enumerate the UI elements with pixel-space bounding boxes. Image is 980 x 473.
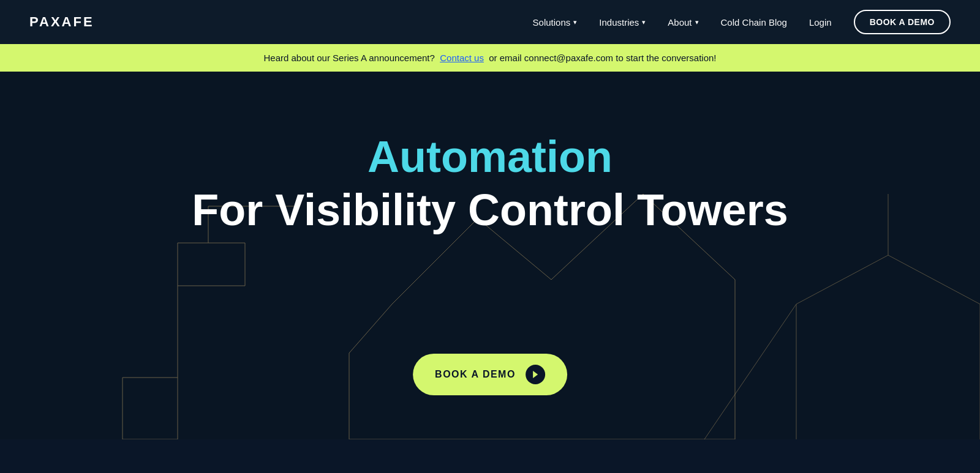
logo: PAXAFE [29, 14, 94, 30]
arrow-icon [526, 365, 545, 384]
hero-text: Automation For Visibility Control Towers [192, 133, 788, 234]
solutions-chevron-icon: ▾ [573, 18, 577, 26]
industries-chevron-icon: ▾ [642, 18, 646, 26]
about-chevron-icon: ▾ [695, 18, 699, 26]
hero-cta-wrapper: BOOK A DEMO [413, 354, 567, 395]
nav-book-demo-button[interactable]: BOOK A DEMO [854, 10, 951, 34]
svg-line-11 [349, 304, 392, 353]
nav-links: Solutions ▾ Industries ▾ About ▾ Cold Ch… [533, 10, 951, 34]
nav-about[interactable]: About ▾ [668, 17, 698, 28]
nav-cold-chain-blog[interactable]: Cold Chain Blog [721, 17, 787, 28]
hero-line2: For Visibility Control Towers [192, 186, 788, 234]
announcement-banner: Heard about our Series A announcement? C… [0, 44, 980, 72]
about-label: About [668, 17, 692, 28]
nav-login[interactable]: Login [809, 17, 832, 28]
svg-marker-24 [533, 371, 538, 378]
hero-book-demo-button[interactable]: BOOK A DEMO [413, 354, 567, 395]
svg-line-23 [704, 304, 796, 439]
svg-line-19 [796, 255, 888, 304]
industries-label: Industries [599, 17, 639, 28]
navbar: PAXAFE Solutions ▾ Industries ▾ About ▾ … [0, 0, 980, 44]
nav-solutions[interactable]: Solutions ▾ [533, 17, 578, 28]
nav-industries[interactable]: Industries ▾ [599, 17, 646, 28]
banner-text-before: Heard about our Series A announcement? [263, 53, 434, 63]
hero-cta-label: BOOK A DEMO [435, 369, 516, 380]
hero-line1: Automation [192, 133, 788, 181]
banner-text-after: or email connect@paxafe.com to start the… [489, 53, 716, 63]
svg-line-20 [888, 255, 980, 304]
solutions-label: Solutions [533, 17, 571, 28]
banner-contact-link[interactable]: Contact us [440, 53, 484, 63]
hero-section: Automation For Visibility Control Towers… [0, 72, 980, 439]
cold-chain-blog-label: Cold Chain Blog [721, 17, 787, 28]
